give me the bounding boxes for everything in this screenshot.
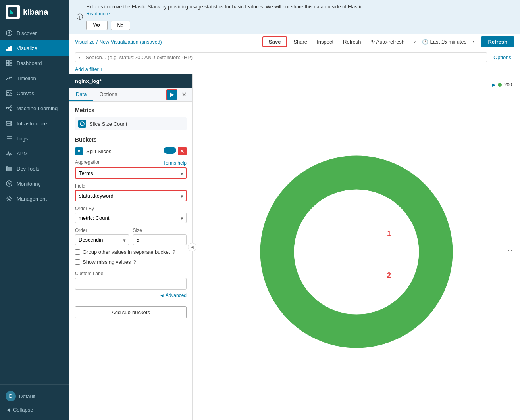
legend-value: 200 [504, 82, 512, 88]
svg-point-32 [277, 173, 436, 331]
group-other-checkbox[interactable] [75, 249, 80, 255]
sidebar-item-label: Timelion [17, 75, 36, 81]
sidebar-item-management[interactable]: Management [0, 191, 69, 206]
left-panel: nginx_log* Data Options ✕ Metrics [69, 74, 193, 420]
sidebar-user[interactable]: D Default [6, 389, 64, 404]
tools-icon [6, 165, 13, 172]
kibana-logo-text: kibana [23, 8, 48, 17]
svg-rect-0 [8, 7, 17, 17]
svg-line-17 [8, 108, 10, 110]
show-missing-checkbox[interactable] [75, 259, 80, 265]
inspect-button[interactable]: Inspect [314, 37, 337, 46]
terms-help-link[interactable]: Terms help [163, 160, 187, 166]
info-icon: ⓘ [77, 13, 83, 21]
auto-refresh-button[interactable]: ↻Auto-refresh [368, 37, 408, 46]
svg-point-31 [80, 122, 84, 126]
banner-yes-button[interactable]: Yes [86, 21, 108, 30]
svg-rect-25 [6, 167, 12, 169]
sidebar-item-label: Management [17, 196, 47, 202]
sidebar-item-label: Dev Tools [17, 166, 39, 172]
refresh-button[interactable]: Refresh [481, 36, 514, 47]
svg-point-12 [8, 92, 9, 93]
bucket-header: ▼ Split Slices ✕ [75, 147, 187, 155]
aggregation-select[interactable]: Terms Filters Range Date Range IPv4 Rang… [75, 167, 187, 179]
sidebar-item-monitoring[interactable]: Monitoring [0, 176, 69, 191]
svg-point-20 [11, 122, 12, 123]
options-button[interactable]: Options [490, 53, 514, 62]
banner-read-more[interactable]: Read more [86, 11, 513, 17]
legend-expand-icon[interactable]: ▶ [492, 82, 495, 88]
search-input-wrap[interactable]: ›_ [75, 52, 487, 62]
field-label: Field [75, 183, 85, 189]
collapse-viz-button[interactable]: ◄ [188, 243, 196, 251]
monitoring-icon [6, 180, 13, 187]
bucket-toggle[interactable] [164, 147, 176, 154]
search-prompt-icon: ›_ [79, 54, 83, 60]
metric-label: Slice Size Count [89, 121, 127, 127]
sidebar-item-label: Visualize [17, 45, 37, 51]
sidebar-item-label: Infrastructure [17, 121, 47, 127]
time-next-button[interactable]: › [470, 37, 478, 46]
sidebar-item-dev-tools[interactable]: Dev Tools [0, 161, 69, 176]
tab-data[interactable]: Data [69, 88, 93, 101]
advanced-link[interactable]: ◄ Advanced [75, 293, 187, 298]
ml-icon [6, 105, 13, 112]
tab-options[interactable]: Options [93, 88, 123, 101]
annotation-label-1: 1 [387, 230, 391, 238]
svg-rect-7 [6, 60, 9, 63]
svg-rect-26 [6, 169, 12, 171]
sidebar-item-apm[interactable]: APM [0, 146, 69, 161]
breadcrumb-visualize[interactable]: Visualize [75, 39, 95, 45]
banner-no-button[interactable]: No [111, 21, 130, 30]
sidebar-bottom: D Default ◄ Collapse [0, 384, 69, 420]
show-missing-checkbox-row: Show missing values ? [75, 259, 187, 265]
run-button[interactable] [166, 89, 177, 100]
time-prev-button[interactable]: ‹ [411, 37, 419, 46]
add-filter-bar[interactable]: Add a filter + [69, 65, 520, 74]
field-group: Field status.keyword agent.keyword exten… [75, 183, 187, 201]
sidebar-logo[interactable]: kibana [0, 0, 69, 24]
kibana-icon [6, 5, 20, 19]
sidebar-item-logs[interactable]: Logs [0, 131, 69, 146]
svg-point-14 [10, 106, 12, 107]
collapse-label: Collapse [13, 407, 33, 413]
sidebar-item-timelion[interactable]: Timelion [0, 71, 69, 86]
custom-label-input[interactable] [75, 278, 187, 290]
sidebar-item-dashboard[interactable]: Dashboard [0, 56, 69, 71]
order-select[interactable]: Descendin Ascending [75, 234, 129, 245]
group-other-label: Group other values in separate bucket [83, 249, 170, 255]
sidebar-collapse-btn[interactable]: ◄ Collapse [6, 404, 64, 416]
apm-icon [6, 150, 13, 157]
gear-icon [6, 195, 13, 202]
share-button[interactable]: Share [290, 37, 310, 46]
chart-bar-icon [6, 44, 13, 52]
bucket-remove-button[interactable]: ✕ [178, 147, 187, 155]
metric-icon [78, 120, 86, 128]
search-input[interactable] [86, 54, 484, 60]
metric-item[interactable]: Slice Size Count [75, 117, 187, 130]
svg-marker-30 [170, 92, 174, 97]
sidebar-item-visualize[interactable]: Visualize [0, 40, 69, 56]
order-by-group: Order By metric: Count [75, 205, 187, 223]
visualization-panel: ◄ ▶ 200 ⋮ 1 2 [193, 74, 520, 420]
close-panel-button[interactable]: ✕ [179, 90, 189, 99]
refresh-toolbar-button[interactable]: Refresh [340, 37, 364, 46]
canvas-icon [6, 90, 13, 97]
order-by-select[interactable]: metric: Count [75, 213, 187, 223]
order-by-label: Order By [75, 206, 94, 211]
viz-three-dot-menu[interactable]: ⋮ [507, 247, 516, 256]
save-button[interactable]: Save [262, 36, 287, 47]
time-picker[interactable]: 🕐 Last 15 minutes [422, 39, 466, 45]
sidebar-item-machine-learning[interactable]: Machine Learning [0, 101, 69, 116]
sidebar-item-discover[interactable]: Discover [0, 25, 69, 40]
add-subbuckets-button[interactable]: Add sub-buckets [75, 306, 187, 318]
search-bar: ›_ Options [69, 50, 520, 65]
sidebar-item-canvas[interactable]: Canvas [0, 86, 69, 101]
sidebar-item-label: Logs [17, 136, 28, 142]
sidebar-item-infrastructure[interactable]: Infrastructure [0, 116, 69, 131]
field-select[interactable]: status.keyword agent.keyword extension.k… [75, 190, 187, 201]
legend-dot [498, 83, 502, 87]
size-label: Size [133, 228, 142, 233]
size-input[interactable] [133, 234, 187, 245]
panel-body: Metrics Slice Size Count Buckets ▼ Split… [69, 102, 192, 420]
